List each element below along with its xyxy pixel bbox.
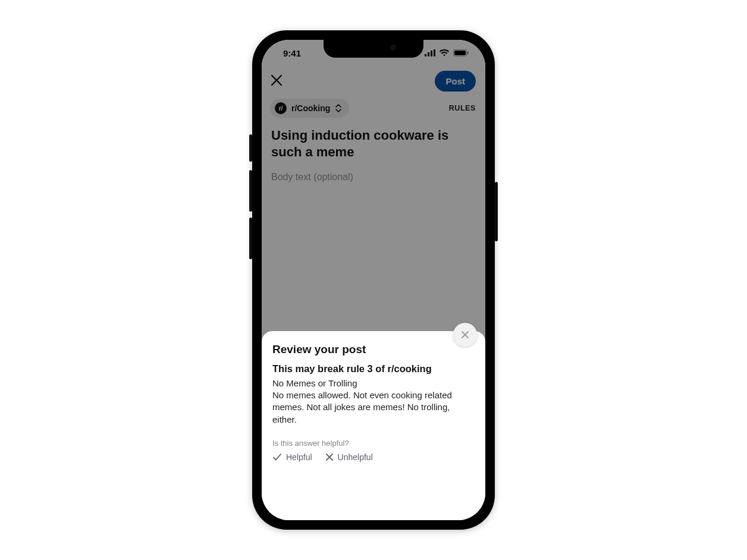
sheet-warning: This may break rule 3 of r/cooking [272, 363, 475, 375]
helpful-label: Helpful [286, 452, 312, 462]
helpful-button[interactable]: Helpful [272, 452, 312, 462]
unhelpful-button[interactable]: Unhelpful [325, 452, 373, 462]
close-icon [460, 330, 470, 339]
review-post-sheet: Review your post This may break rule 3 o… [262, 331, 485, 520]
rule-title: No Memes or Trolling [272, 378, 475, 388]
feedback-prompt: Is this answer helpful? [272, 439, 475, 448]
rule-description: No memes allowed. Not even cooking relat… [272, 389, 475, 426]
close-sheet-button[interactable] [453, 323, 477, 347]
check-icon [272, 452, 282, 462]
phone-screen: 9:41 [262, 40, 485, 520]
x-icon [325, 453, 334, 461]
unhelpful-label: Unhelpful [338, 452, 373, 462]
phone-device-frame: 9:41 [252, 30, 495, 530]
sheet-title: Review your post [272, 343, 475, 356]
